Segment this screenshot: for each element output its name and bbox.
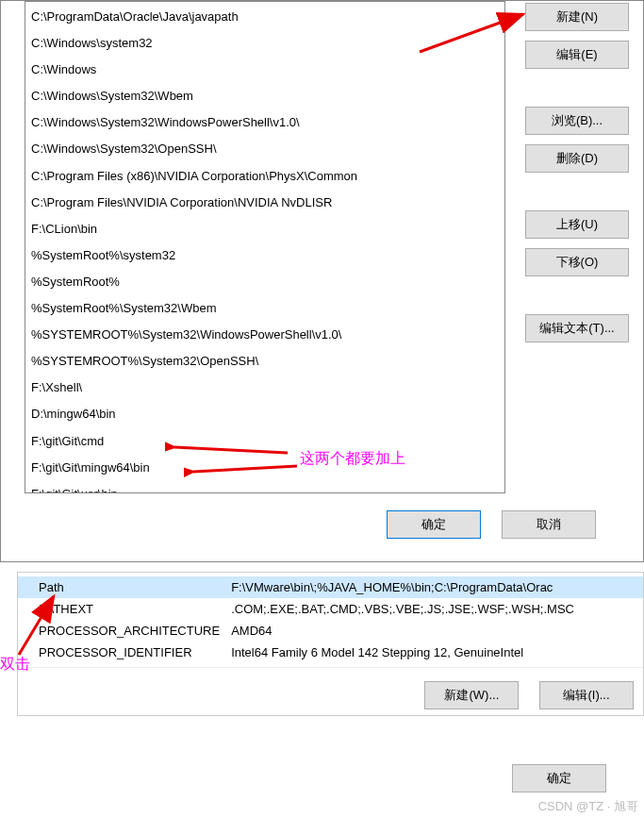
path-list-item[interactable]: C:\Windows\System32\WindowsPowerShell\v1… (25, 109, 504, 136)
edit-env-button[interactable]: 编辑(I)... (539, 681, 634, 709)
cancel-button[interactable]: 取消 (502, 510, 596, 539)
move-down-button[interactable]: 下移(O) (525, 248, 629, 276)
ok-button[interactable]: 确定 (387, 510, 481, 539)
table-row[interactable]: PROCESSOR_IDENTIFIERIntel64 Family 6 Mod… (18, 642, 643, 663)
path-list-item[interactable]: F:\git\Git\mingw64\bin (25, 455, 504, 481)
path-list-item[interactable]: F:\git\Git\cmd (25, 428, 504, 455)
env-buttons: 新建(W)... 编辑(I)... (18, 667, 643, 715)
new-env-button[interactable]: 新建(W)... (424, 681, 519, 709)
path-edit-dialog: C:\ProgramData\Oracle\Java\javapathC:\Wi… (0, 0, 644, 562)
env-var-name: PROCESSOR_IDENTIFIER (18, 642, 225, 663)
env-var-name: PATHEXT (18, 598, 225, 620)
side-button-column: 新建(N) 编辑(E) 浏览(B)... 删除(D) 上移(U) 下移(O) 编… (525, 3, 629, 352)
outer-button-row: 确定 (17, 745, 644, 802)
path-edit-area: C:\ProgramData\Oracle\Java\javapathC:\Wi… (1, 1, 643, 552)
browse-button[interactable]: 浏览(B)... (525, 107, 629, 135)
path-list[interactable]: C:\ProgramData\Oracle\Java\javapathC:\Wi… (25, 1, 505, 493)
table-row[interactable]: PATHEXT.COM;.EXE;.BAT;.CMD;.VBS;.VBE;.JS… (18, 598, 643, 620)
path-list-item[interactable]: %SystemRoot% (25, 269, 504, 295)
path-list-item[interactable]: %SystemRoot%\System32\Wbem (25, 295, 504, 322)
new-button[interactable]: 新建(N) (525, 3, 629, 31)
path-list-item[interactable]: F:\CLion\bin (25, 216, 504, 242)
path-list-item[interactable]: F:\git\Git\usr\bin (25, 481, 504, 493)
env-vars-table[interactable]: PathF:\VMware\bin\;%JAVA_HOME%\bin;C:\Pr… (18, 576, 643, 663)
move-up-button[interactable]: 上移(U) (525, 210, 629, 239)
outer-ok-button[interactable]: 确定 (512, 764, 606, 792)
path-list-item[interactable]: C:\ProgramData\Oracle\Java\javapath (25, 4, 504, 30)
path-list-item[interactable]: D:\mingw64\bin (25, 401, 504, 427)
delete-button[interactable]: 删除(D) (525, 144, 629, 173)
path-list-item[interactable]: C:\Windows (25, 57, 504, 83)
edit-button[interactable]: 编辑(E) (525, 41, 629, 69)
path-list-item[interactable]: %SYSTEMROOT%\System32\OpenSSH\ (25, 348, 504, 375)
path-list-item[interactable]: C:\Windows\system32 (25, 30, 504, 57)
path-list-item[interactable]: C:\Windows\System32\OpenSSH\ (25, 136, 504, 162)
path-list-item[interactable]: F:\Xshell\ (25, 375, 504, 401)
path-list-item[interactable]: C:\Program Files\NVIDIA Corporation\NVID… (25, 190, 504, 216)
env-var-name: PROCESSOR_ARCHITECTURE (18, 620, 225, 642)
env-vars-panel: PathF:\VMware\bin\;%JAVA_HOME%\bin;C:\Pr… (17, 572, 644, 716)
watermark: CSDN @TZ · 旭哥 (538, 798, 638, 815)
env-var-value: F:\VMware\bin\;%JAVA_HOME%\bin;C:\Progra… (225, 576, 643, 598)
dialog-buttons: 确定 取消 (25, 493, 634, 542)
path-list-item[interactable]: %SYSTEMROOT%\System32\WindowsPowerShell\… (25, 322, 504, 348)
path-list-item[interactable]: C:\Program Files (x86)\NVIDIA Corporatio… (25, 163, 504, 190)
env-var-value: Intel64 Family 6 Model 142 Stepping 12, … (225, 642, 643, 663)
table-row[interactable]: PathF:\VMware\bin\;%JAVA_HOME%\bin;C:\Pr… (18, 576, 643, 598)
env-var-value: .COM;.EXE;.BAT;.CMD;.VBS;.VBE;.JS;.JSE;.… (225, 598, 643, 620)
env-var-name: Path (18, 576, 225, 598)
path-list-item[interactable]: %SystemRoot%\system32 (25, 242, 504, 269)
path-list-item[interactable]: C:\Windows\System32\Wbem (25, 83, 504, 109)
edit-text-button[interactable]: 编辑文本(T)... (525, 314, 629, 342)
table-row[interactable]: PROCESSOR_ARCHITECTUREAMD64 (18, 620, 643, 642)
env-var-value: AMD64 (225, 620, 643, 642)
